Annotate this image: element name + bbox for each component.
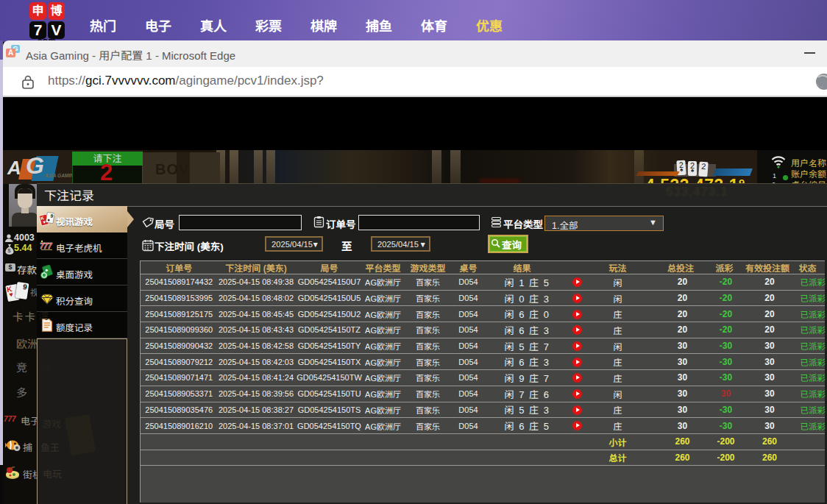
svg-text:777: 777 <box>40 241 53 250</box>
svg-text:$: $ <box>7 247 11 254</box>
